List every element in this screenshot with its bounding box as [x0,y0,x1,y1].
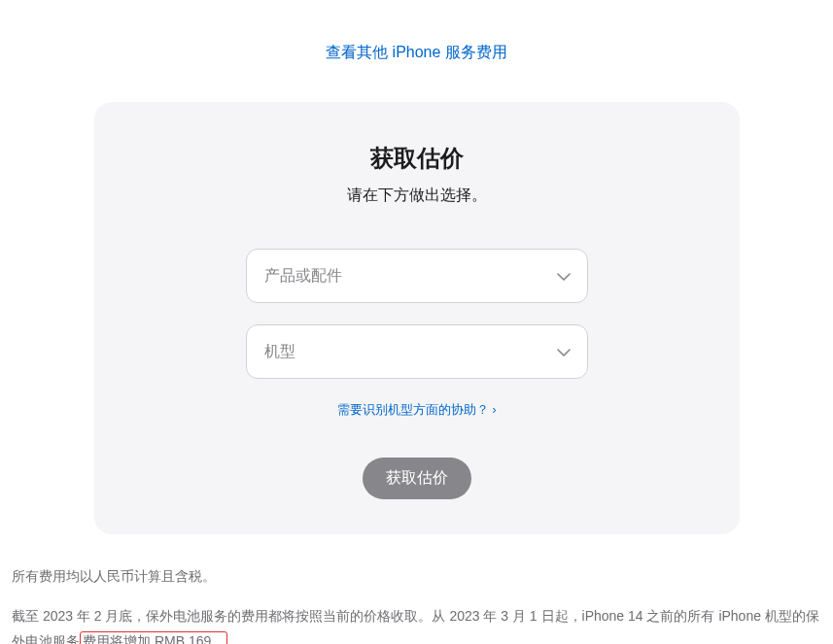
footer-line-1: 所有费用均以人民币计算且含税。 [12,563,821,590]
get-estimate-button[interactable]: 获取估价 [363,458,471,499]
model-select-wrapper: 机型 [246,324,588,379]
model-select-placeholder: 机型 [264,342,295,362]
model-select[interactable]: 机型 [246,324,588,379]
help-link-wrapper: 需要识别机型方面的协助？› [133,400,701,419]
identify-model-help-link[interactable]: 需要识别机型方面的协助？› [337,402,497,417]
help-link-text: 需要识别机型方面的协助？ [337,402,489,417]
footer-text: 所有费用均以人民币计算且含税。 截至 2023 年 2 月底，保外电池服务的费用… [0,534,833,644]
chevron-right-icon: › [493,403,497,417]
card-title: 获取估价 [133,143,701,174]
estimate-card: 获取估价 请在下方做出选择。 产品或配件 机型 需要识别机型方面的协助？› 获取… [94,102,740,534]
product-select-placeholder: 产品或配件 [264,266,342,287]
highlighted-price-change: 费用将增加 RMB 169。 [80,631,227,644]
product-select-wrapper: 产品或配件 [246,249,588,303]
other-services-link[interactable]: 查看其他 iPhone 服务费用 [326,44,507,60]
card-subtitle: 请在下方做出选择。 [133,186,701,206]
footer-line-2: 截至 2023 年 2 月底，保外电池服务的费用都将按照当前的价格收取。从 20… [12,603,821,644]
top-link-wrapper: 查看其他 iPhone 服务费用 [0,0,833,83]
product-select[interactable]: 产品或配件 [246,249,588,303]
